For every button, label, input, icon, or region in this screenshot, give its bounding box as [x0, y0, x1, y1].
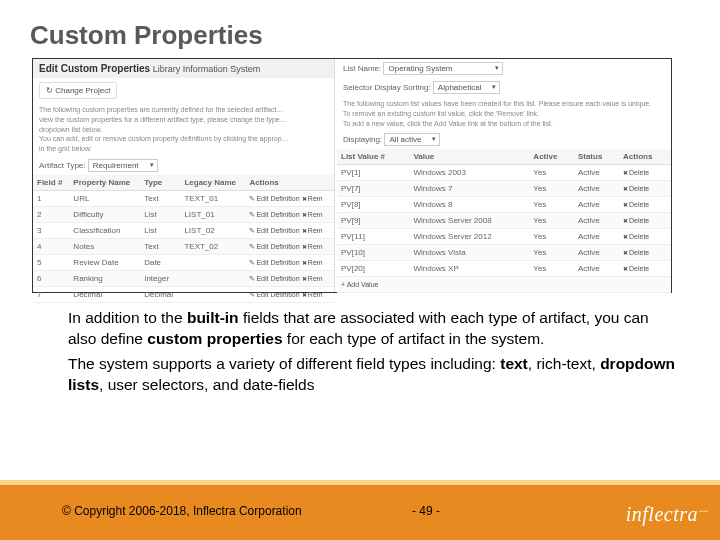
list-name-input[interactable]: Operating System	[383, 62, 503, 75]
add-value-row: + Add Value	[337, 277, 671, 293]
footer: © Copyright 2006-2018, Inflectra Corpora…	[0, 450, 720, 540]
table-row: 5Review DateDateEdit Definition Rem	[33, 254, 334, 270]
table-row: PV[8]Windows 8YesActiveDelete	[337, 197, 671, 213]
delete-icon[interactable]: Delete	[623, 169, 649, 176]
edit-icon[interactable]: Edit Definition	[249, 195, 299, 202]
table-row: 3ClassificationListLIST_02Edit Definitio…	[33, 222, 334, 238]
delete-icon[interactable]: Delete	[623, 265, 649, 272]
edit-icon[interactable]: Edit Definition	[249, 291, 299, 298]
right-table: List Value #ValueActiveStatusActions PV[…	[337, 149, 671, 293]
edit-icon[interactable]: Edit Definition	[249, 243, 299, 250]
remove-icon[interactable]: Rem	[302, 275, 323, 282]
left-table: Field #Property NameTypeLegacy NameActio…	[33, 175, 334, 303]
remove-icon[interactable]: Rem	[302, 227, 323, 234]
table-row: PV[20]Windows XPYesActiveDelete	[337, 261, 671, 277]
remove-icon[interactable]: Rem	[302, 291, 323, 298]
delete-icon[interactable]: Delete	[623, 201, 649, 208]
displaying-select[interactable]: All active	[384, 133, 440, 146]
display-sorting-select[interactable]: Alphabetical	[433, 81, 501, 94]
artifact-type-select[interactable]: Requirement	[88, 159, 158, 172]
edit-icon[interactable]: Edit Definition	[249, 259, 299, 266]
artifact-type-row: Artifact Type: Requirement	[33, 156, 334, 175]
screenshot-panel: Edit Custom Properties Library Informati…	[32, 58, 672, 293]
table-row: PV[10]Windows VistaYesActiveDelete	[337, 245, 671, 261]
copyright: © Copyright 2006-2018, Inflectra Corpora…	[62, 504, 302, 518]
table-row: PV[9]Windows Server 2008YesActiveDelete	[337, 213, 671, 229]
change-project-button[interactable]: ↻ Change Project	[39, 82, 117, 99]
page-number: - 49 -	[412, 504, 440, 518]
delete-icon[interactable]: Delete	[623, 185, 649, 192]
screenshot-right-pane: List Name: Operating System Selector Dis…	[337, 59, 671, 292]
remove-icon[interactable]: Rem	[302, 195, 323, 202]
table-row: 4NotesTextTEXT_02Edit Definition Rem	[33, 238, 334, 254]
table-row: PV[1]Windows 2003YesActiveDelete	[337, 165, 671, 181]
remove-icon[interactable]: Rem	[302, 211, 323, 218]
ss-header: Edit Custom Properties Library Informati…	[33, 59, 334, 78]
inflectra-logo: inflectra⎯	[626, 503, 698, 526]
body-text: In addition to the built-in fields that …	[68, 308, 678, 400]
remove-icon[interactable]: Rem	[302, 259, 323, 266]
edit-icon[interactable]: Edit Definition	[249, 227, 299, 234]
table-row: 7DecimalDecimalEdit Definition Rem	[33, 286, 334, 302]
edit-icon[interactable]: Edit Definition	[249, 211, 299, 218]
table-row: PV[7]Windows 7YesActiveDelete	[337, 181, 671, 197]
logo-accent-icon: ⎯	[700, 497, 709, 513]
delete-icon[interactable]: Delete	[623, 249, 649, 256]
edit-icon[interactable]: Edit Definition	[249, 275, 299, 282]
table-row: 6RankingIntegerEdit Definition Rem	[33, 270, 334, 286]
add-value-button[interactable]: + Add Value	[341, 281, 378, 288]
screenshot-left-pane: Edit Custom Properties Library Informati…	[33, 59, 335, 292]
table-row: 1URLTextTEXT_01Edit Definition Rem	[33, 190, 334, 206]
remove-icon[interactable]: Rem	[302, 243, 323, 250]
right-desc: The following custom list values have be…	[337, 97, 671, 130]
delete-icon[interactable]: Delete	[623, 233, 649, 240]
ss-desc: The following custom properties are curr…	[33, 103, 334, 156]
table-row: 2DifficultyListLIST_01Edit Definition Re…	[33, 206, 334, 222]
slide-title: Custom Properties	[0, 0, 720, 57]
delete-icon[interactable]: Delete	[623, 217, 649, 224]
table-row: PV[11]Windows Server 2012YesActiveDelete	[337, 229, 671, 245]
